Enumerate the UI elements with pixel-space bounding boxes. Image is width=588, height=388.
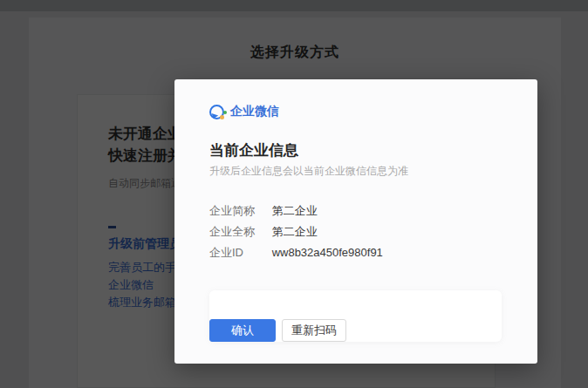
field-label: 企业ID [209,245,269,260]
enterprise-info-dialog: 企业微信 当前企业信息 升级后企业信息会以当前企业微信信息为准 企业简称 第二企… [174,79,537,364]
confirm-button[interactable]: 确认 [209,319,276,342]
dialog-subtitle: 升级后企业信息会以当前企业微信信息为准 [209,164,408,179]
enterprise-fields: 企业简称 第二企业 企业全称 第二企业 企业ID ww8b32a450fe980… [209,203,383,266]
dialog-title: 当前企业信息 [209,140,298,160]
dialog-actions: 确认 重新扫码 [209,319,346,342]
field-row-corp-id: 企业ID ww8b32a450fe980f91 [209,245,383,260]
wecom-brand: 企业微信 [209,104,279,119]
field-label: 企业全称 [209,224,269,239]
rescan-button[interactable]: 重新扫码 [282,319,346,342]
field-row-short-name: 企业简称 第二企业 [209,203,383,218]
wecom-bubble-icon [209,105,224,119]
field-value: ww8b32a450fe980f91 [272,246,383,259]
field-row-full-name: 企业全称 第二企业 [209,224,383,239]
field-value: 第二企业 [272,204,318,217]
field-label: 企业简称 [209,203,269,218]
brand-name: 企业微信 [230,104,279,119]
screen: 选择升级方式 未开通企业 快速注册并 自动同步邮箱通 升级前管理员需 完善员工的… [0,0,588,388]
field-value: 第二企业 [272,225,318,238]
